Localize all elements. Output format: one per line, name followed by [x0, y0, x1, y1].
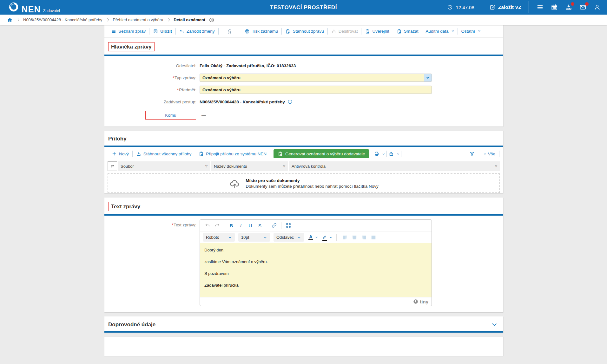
column-settings-button[interactable] [108, 161, 117, 171]
align-justify-button[interactable] [369, 233, 378, 242]
footer-actions: Odeslat Podepsat a odeslat [104, 360, 503, 364]
funnel-icon[interactable] [469, 151, 475, 157]
column-filter-icon[interactable]: ▽ [495, 165, 497, 168]
dropzone-text: Místo pro vaše dokumenty Dokumenty sem m… [246, 178, 379, 189]
bold-button[interactable]: B [227, 221, 236, 230]
column-header-antivirova-kontrola[interactable]: Antivirová kontrola ▽ [289, 161, 500, 171]
toolbar-auditni-data[interactable]: Auditní data ▽ [422, 29, 458, 34]
download-all-button[interactable]: Stáhnout všechny přílohy [133, 151, 195, 156]
select-dropdown-button[interactable] [424, 74, 432, 81]
app-logo[interactable]: NEN Zadavatel [8, 2, 60, 13]
zadavaci-postup-label: Zadávací postup: [104, 100, 200, 104]
close-circle-icon[interactable] [209, 17, 214, 23]
typ-zpravy-select[interactable]: Oznámení o výběru [200, 74, 432, 82]
fullscreen-button[interactable] [284, 221, 293, 230]
column-filter-icon[interactable]: ▽ [283, 165, 285, 168]
attachments-table-header: Soubor ▽ Název dokumentu ▽ Antivirová ko… [108, 161, 500, 171]
toolbar-zahodit-zmeny[interactable]: Zahodit změny [176, 29, 218, 34]
user-icon[interactable] [594, 4, 601, 11]
field-zadavaci-postup: Zadávací postup: N006/25/V00004428 - Kan… [104, 98, 503, 106]
toolbar-ulozit[interactable]: Uložit [149, 29, 175, 34]
komu-link[interactable]: Komu [145, 111, 196, 120]
toolbar-tisk-zaznamu[interactable]: Tisk záznamu [241, 29, 282, 34]
collapse-chevron-icon[interactable] [491, 322, 498, 328]
redo-button[interactable] [213, 221, 221, 230]
toolbar-smazat[interactable]: Smazat [393, 29, 422, 34]
font-family-select[interactable]: Roboto [203, 233, 235, 242]
toolbar-uverejnit[interactable]: Uveřejnit [361, 29, 393, 34]
home-icon[interactable] [7, 17, 13, 23]
highlight-pen [322, 234, 327, 241]
italic-button[interactable]: I [236, 221, 245, 230]
toolbar-label: Uložit [160, 29, 172, 34]
accompanying-data-card: Doprovodné údaje [104, 316, 503, 333]
editor-toolbar-row1: B I U S [200, 220, 432, 231]
export-attachments-button[interactable]: ▽ [387, 151, 401, 156]
file-dropzone[interactable]: Místo pro vaše dokumenty Dokumenty sem m… [108, 173, 500, 193]
link-button[interactable] [270, 221, 279, 230]
inbox-button[interactable] [565, 4, 572, 11]
attach-from-nen-button[interactable]: Připojit přílohu ze systému NEN [195, 151, 270, 156]
strikethrough-button[interactable]: S [255, 221, 264, 230]
block-format-select[interactable]: Odstavec [274, 233, 304, 242]
breadcrumb-item-procedure[interactable]: N006/25/V00004428 - Kancelářské potřeby [23, 17, 102, 22]
highlight-color-button[interactable] [321, 233, 328, 242]
editor-paragraph: S pozdravem [204, 270, 427, 276]
filter-all-button[interactable]: ▽ Vše [483, 152, 495, 156]
predmet-input[interactable]: Oznámení o výběru [200, 86, 432, 94]
menu-icon[interactable] [537, 4, 544, 11]
toolbar-stahnout-zpravu[interactable]: Stáhnout zprávu [282, 29, 327, 34]
column-header-nazev-dokumentu[interactable]: Název dokumentu ▽ [211, 161, 288, 171]
message-header-form: Odesílatel: Felix Okátý - Zadavatel přír… [104, 56, 503, 127]
generate-notice-label: Generovat oznámení o výběru dodavatele [285, 152, 365, 156]
toolbar-seznam-zprav[interactable]: Seznam zpráv [108, 29, 149, 34]
editor-toolbar-row2: Roboto 10pt Odstavec A [200, 231, 432, 243]
toolbar-ostatni[interactable]: Ostatní ▽ [458, 29, 484, 34]
column-filter-icon[interactable]: ▽ [205, 165, 208, 168]
text-color-button[interactable]: A [307, 233, 314, 242]
award-icon [227, 29, 233, 34]
print-attachments-button[interactable]: ▽ [372, 151, 386, 156]
breadcrumb-item-overview[interactable]: Přehled oznámení o výběru [113, 17, 163, 22]
editor-paragraph: zasíláme Vám oznámení o výběru. [204, 259, 427, 265]
attachments-toolbar: Nový Stáhnout všechny přílohy Připojit p… [104, 147, 503, 160]
required-mark: * [177, 88, 179, 92]
required-mark: * [172, 223, 173, 227]
column-settings-icon [110, 164, 115, 168]
create-vz-button[interactable]: Založit VZ [490, 4, 521, 10]
generate-notice-button[interactable]: Generovat oznámení o výběru dodavatele [274, 149, 369, 158]
command-toolbar: Seznam zpráv Uložit Zahodit změny Tisk z… [104, 25, 503, 38]
message-header-card: Seznam zpráv Uložit Zahodit změny Tisk z… [104, 25, 503, 127]
highlight-color-bar [322, 240, 327, 241]
chevron-down-icon [228, 236, 232, 239]
underline-button[interactable]: U [246, 221, 255, 230]
align-center-button[interactable] [350, 233, 359, 242]
chevron-right-icon [16, 18, 20, 22]
page-content: Seznam zpráv Uložit Zahodit změny Tisk z… [104, 25, 503, 364]
align-left-icon [342, 235, 348, 240]
clipboard-delete-icon [397, 29, 402, 34]
column-header-soubor[interactable]: Soubor ▽ [118, 161, 210, 171]
font-family-value: Roboto [206, 235, 219, 240]
info-icon[interactable] [287, 99, 293, 104]
new-attachment-button[interactable]: Nový [108, 151, 132, 156]
align-left-button[interactable] [340, 233, 349, 242]
chevron-down-icon[interactable] [315, 236, 318, 239]
chevron-down-icon [297, 236, 301, 239]
messages-button[interactable] [579, 4, 586, 11]
calendar-icon[interactable] [551, 4, 558, 11]
typ-zpravy-label: *Typ zprávy: [104, 75, 200, 80]
list-icon [111, 29, 116, 34]
undo-button[interactable] [203, 221, 212, 230]
align-right-button[interactable] [360, 233, 368, 242]
editor-content[interactable]: Dobrý den, zasíláme Vám oznámení o výběr… [200, 243, 432, 297]
highlight-pen-icon [322, 234, 327, 239]
plus-icon [112, 151, 117, 156]
caret-down-icon: ▽ [397, 153, 399, 155]
toolbar-desifrovat[interactable]: Dešifrovat [328, 29, 361, 34]
chevron-down-icon[interactable] [329, 236, 333, 239]
toolbar-certificate[interactable] [219, 29, 241, 34]
align-center-icon [352, 235, 357, 240]
font-size-select[interactable]: 10pt [238, 233, 270, 242]
download-icon [136, 151, 141, 156]
